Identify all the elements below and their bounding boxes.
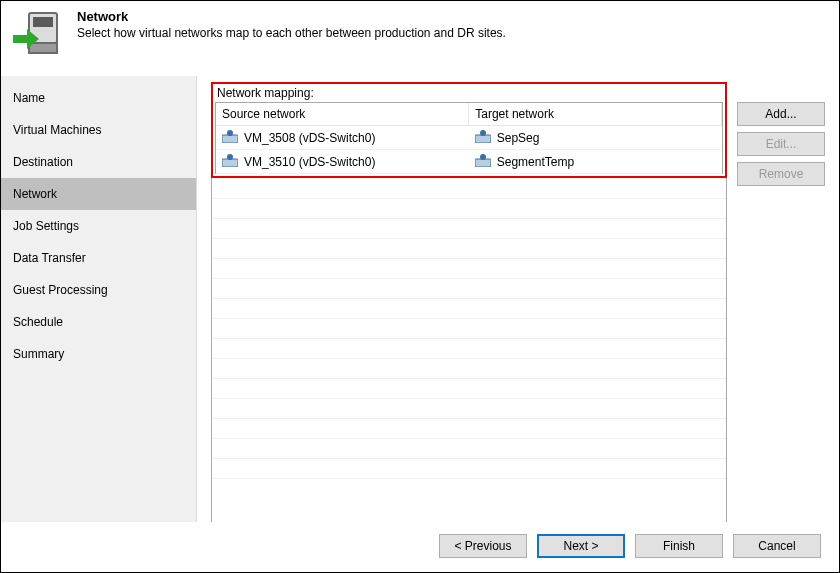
network-switch-icon	[475, 153, 491, 170]
network-switch-icon	[475, 129, 491, 146]
svg-rect-4	[222, 135, 238, 143]
sidebar-item-data-transfer[interactable]: Data Transfer	[1, 242, 196, 274]
col-target-network[interactable]: Target network	[469, 103, 722, 126]
svg-rect-7	[475, 135, 491, 143]
wizard-header: Network Select how virtual networks map …	[1, 1, 839, 76]
sidebar-item-network[interactable]: Network	[1, 178, 196, 210]
highlight-annotation: Network mapping: Source network Target n…	[211, 82, 727, 178]
target-network-value: SegmentTemp	[497, 155, 574, 169]
edit-button: Edit...	[737, 132, 825, 156]
network-wizard-icon	[11, 9, 63, 64]
target-network-value: SepSeg	[497, 131, 540, 145]
svg-rect-12	[229, 156, 231, 160]
table-row[interactable]: VM_3508 (vDS-Switch0) SepSeg	[216, 126, 722, 150]
svg-rect-6	[229, 132, 231, 136]
wizard-steps-sidebar: Name Virtual Machines Destination Networ…	[1, 76, 197, 546]
sidebar-item-schedule[interactable]: Schedule	[1, 306, 196, 338]
sidebar-item-name[interactable]: Name	[1, 82, 196, 114]
source-network-value: VM_3508 (vDS-Switch0)	[244, 131, 375, 145]
add-button[interactable]: Add...	[737, 102, 825, 126]
svg-rect-2	[29, 43, 57, 53]
previous-button[interactable]: < Previous	[439, 534, 527, 558]
cancel-button[interactable]: Cancel	[733, 534, 821, 558]
network-mapping-table[interactable]: Source network Target network VM_3	[216, 103, 722, 174]
sidebar-item-job-settings[interactable]: Job Settings	[1, 210, 196, 242]
sidebar-item-guest-processing[interactable]: Guest Processing	[1, 274, 196, 306]
network-switch-icon	[222, 153, 238, 170]
sidebar-item-summary[interactable]: Summary	[1, 338, 196, 370]
svg-rect-10	[222, 159, 238, 167]
mapping-label: Network mapping:	[215, 86, 723, 100]
svg-rect-1	[33, 17, 53, 27]
network-switch-icon	[222, 129, 238, 146]
col-source-network[interactable]: Source network	[216, 103, 469, 126]
sidebar-item-destination[interactable]: Destination	[1, 146, 196, 178]
table-row[interactable]: VM_3510 (vDS-Switch0) SegmentTemp	[216, 150, 722, 174]
svg-rect-9	[482, 132, 484, 136]
svg-rect-15	[482, 156, 484, 160]
next-button[interactable]: Next >	[537, 534, 625, 558]
page-subtitle: Select how virtual networks map to each …	[77, 26, 506, 40]
svg-rect-13	[475, 159, 491, 167]
sidebar-item-virtual-machines[interactable]: Virtual Machines	[1, 114, 196, 146]
page-title: Network	[77, 9, 506, 24]
finish-button[interactable]: Finish	[635, 534, 723, 558]
wizard-footer: < Previous Next > Finish Cancel	[1, 522, 839, 572]
remove-button: Remove	[737, 162, 825, 186]
source-network-value: VM_3510 (vDS-Switch0)	[244, 155, 375, 169]
